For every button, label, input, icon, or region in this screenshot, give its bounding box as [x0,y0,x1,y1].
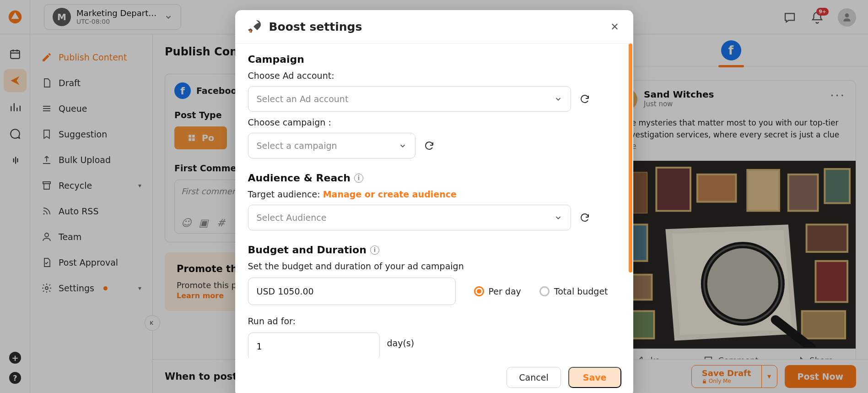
campaign-select[interactable]: Select a campaign [248,133,415,158]
refresh-icon[interactable] [579,212,590,223]
cancel-button[interactable]: Cancel [507,367,561,388]
audience-select[interactable]: Select Audience [248,205,571,230]
run-for-label: Run ad for: [248,316,620,326]
campaign-placeholder: Select a campaign [257,141,337,151]
info-icon[interactable]: i [370,246,379,255]
ad-account-label: Choose Ad account: [248,71,620,81]
audience-section-title: Audience & Reach i [248,172,620,184]
budget-description: Set the budget and duration of your ad c… [248,261,620,271]
refresh-icon[interactable] [424,140,435,151]
chevron-down-icon [554,95,562,103]
modal-header: Boost settings ✕ [235,10,633,44]
refresh-icon[interactable] [579,93,590,104]
manage-audience-link[interactable]: Manage or create audience [323,189,457,199]
per-day-radio[interactable]: Per day [474,286,521,296]
chevron-down-icon [554,213,562,222]
chevron-down-icon [399,142,407,150]
total-budget-radio[interactable]: Total budget [539,286,608,296]
audience-placeholder: Select Audience [257,213,327,223]
days-suffix: day(s) [387,338,415,348]
modal-footer: Cancel Save [235,358,633,393]
budget-section-title: Budget and Duration i [248,244,620,256]
scrollbar[interactable] [629,44,632,273]
target-audience-row: Target audience: Manage or create audien… [248,189,620,199]
rocket-icon [247,19,262,34]
ad-account-placeholder: Select an Ad account [257,94,349,104]
target-audience-label: Target audience: [248,189,323,199]
modal-close[interactable]: ✕ [609,20,621,33]
boost-settings-modal: Boost settings ✕ Campaign Choose Ad acco… [235,10,633,393]
modal-title: Boost settings [269,20,362,33]
campaign-section-title: Campaign [248,54,620,65]
per-day-label: Per day [489,286,521,296]
ad-account-select[interactable]: Select an Ad account [248,86,571,112]
info-icon[interactable]: i [354,174,363,183]
budget-input[interactable] [248,278,456,305]
run-for-input[interactable] [248,333,380,358]
campaign-label: Choose campaign : [248,117,620,127]
total-budget-label: Total budget [554,286,608,296]
save-button[interactable]: Save [568,367,621,388]
modal-body: Campaign Choose Ad account: Select an Ad… [235,44,633,358]
